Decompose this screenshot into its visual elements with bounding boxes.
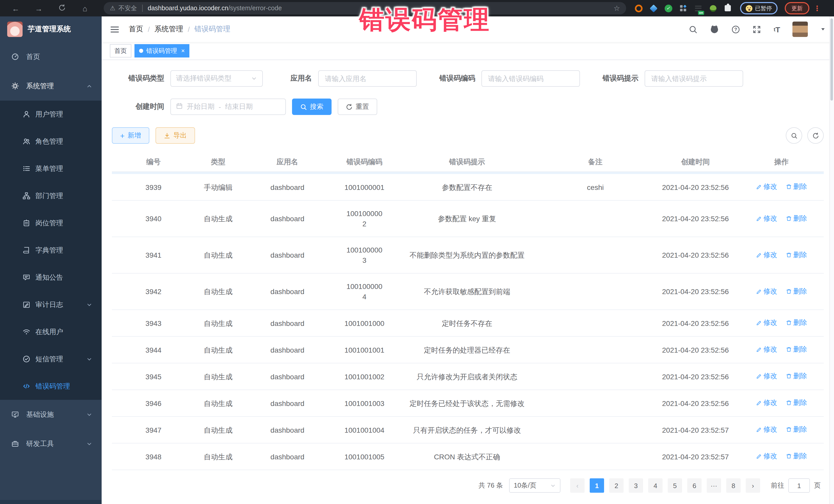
add-button[interactable]: +新增 [112, 127, 149, 144]
error-msg-input[interactable] [644, 70, 743, 87]
browser-menu-icon[interactable]: ⋮ [813, 4, 821, 12]
tab-0[interactable]: 首页 [110, 44, 131, 58]
delete-link[interactable]: 删除 [786, 250, 807, 260]
page-button-6[interactable]: 6 [687, 478, 702, 493]
breadcrumb-item-0[interactable]: 首页 [129, 25, 143, 34]
extension-check-icon[interactable]: ✓ [664, 4, 672, 12]
avatar-caret-icon[interactable] [820, 25, 826, 34]
table-row[interactable]: 3948自动生成dashboard1001001005CRON 表达式不正确20… [112, 443, 824, 470]
delete-link[interactable]: 删除 [786, 424, 807, 435]
page-button-1[interactable]: 1 [590, 478, 604, 493]
scrollbar-thumb[interactable] [830, 19, 833, 101]
toggle-search-button[interactable] [786, 127, 802, 144]
table-row[interactable]: 3940自动生成dashboard1001000002参数配置 key 重复20… [112, 200, 824, 237]
paused-extension-badge[interactable]: 已暂停 [740, 2, 777, 14]
page-button-5[interactable]: 5 [668, 478, 682, 493]
edit-link[interactable]: 修改 [756, 424, 777, 435]
edit-link[interactable]: 修改 [756, 213, 777, 223]
next-page-button[interactable]: › [746, 478, 760, 493]
tab-1[interactable]: 错误码管理× [134, 44, 190, 58]
close-icon[interactable]: × [181, 47, 185, 54]
extensions-puzzle-icon[interactable] [724, 4, 732, 12]
error-type-select[interactable]: 请选择错误码类型 [170, 70, 263, 87]
edit-link[interactable]: 修改 [756, 344, 777, 355]
extension-grid-icon[interactable] [679, 4, 687, 12]
edit-link[interactable]: 修改 [756, 451, 777, 461]
sidebar-item-3[interactable]: 角色管理 [0, 128, 102, 155]
page-button-3[interactable]: 3 [629, 478, 643, 493]
app-name-input[interactable] [318, 70, 417, 87]
edit-link[interactable]: 修改 [756, 250, 777, 260]
page-size-select[interactable]: 10条/页 [509, 478, 561, 493]
edit-link[interactable]: 修改 [756, 398, 777, 408]
home-icon[interactable]: ⌂ [73, 4, 96, 13]
error-code-input[interactable] [481, 70, 580, 87]
delete-link[interactable]: 删除 [786, 318, 807, 328]
delete-link[interactable]: 删除 [786, 182, 807, 192]
page-button-4[interactable]: 4 [648, 478, 663, 493]
back-icon[interactable]: ← [4, 4, 27, 13]
sidebar-item-9[interactable]: 审计日志 [0, 291, 102, 318]
edit-link[interactable]: 修改 [756, 182, 777, 192]
edit-link[interactable]: 修改 [756, 318, 777, 328]
avatar[interactable] [792, 22, 808, 37]
extension-spy-icon[interactable] [709, 4, 717, 12]
table-row[interactable]: 3939手动编辑dashboard1001000001参数配置不存在ceshi2… [112, 174, 824, 200]
sidebar-item-13[interactable]: 基础设施 [0, 400, 102, 429]
sidebar-item-4[interactable]: 菜单管理 [0, 155, 102, 182]
goto-page-input[interactable] [788, 478, 810, 493]
delete-link[interactable]: 删除 [786, 371, 807, 381]
fullscreen-icon[interactable] [753, 25, 761, 34]
browser-update-button[interactable]: 更新 [785, 2, 809, 14]
page-button-8[interactable]: 8 [726, 478, 741, 493]
sidebar-item-8[interactable]: 通知公告 [0, 264, 102, 291]
sidebar-item-14[interactable]: 研发工具 [0, 429, 102, 458]
table-row[interactable]: 3943自动生成dashboard1001001000定时任务不存在2021-0… [112, 310, 824, 336]
edit-link[interactable]: 修改 [756, 286, 777, 297]
sidebar-item-0[interactable]: 首页 [0, 42, 102, 71]
hamburger-icon[interactable] [110, 24, 119, 34]
table-row[interactable]: 3945自动生成dashboard1001001002只允许修改为开启或者关闭状… [112, 363, 824, 390]
sidebar-item-10[interactable]: 在线用户 [0, 318, 102, 345]
table-row[interactable]: 3944自动生成dashboard1001001001定时任务的处理器已经存在2… [112, 336, 824, 363]
export-button[interactable]: 导出 [155, 127, 195, 144]
sidebar-item-11[interactable]: 短信管理 [0, 345, 102, 373]
table-row[interactable]: 3946自动生成dashboard1001001003定时任务已经处于该状态，无… [112, 390, 824, 416]
table-row[interactable]: 3947自动生成dashboard1001001004只有开启状态的任务，才可以… [112, 416, 824, 443]
search-icon[interactable] [689, 25, 698, 34]
reload-icon[interactable] [50, 4, 73, 13]
page-scrollbar[interactable] [829, 17, 834, 504]
delete-link[interactable]: 删除 [786, 344, 807, 355]
table-row[interactable]: 3942自动生成dashboard1001000004不允许获取敏感配置到前端2… [112, 273, 824, 310]
row-time: 2021-04-20 23:52:56 [652, 390, 739, 416]
extension-ring-icon[interactable] [634, 4, 642, 12]
refresh-table-button[interactable] [807, 127, 824, 144]
sidebar-item-5[interactable]: 部门管理 [0, 182, 102, 210]
page-button-2[interactable]: 2 [609, 478, 623, 493]
date-range-picker[interactable]: 开始日期 - 结束日期 [170, 98, 286, 115]
table-row[interactable]: 3941自动生成dashboard1001000003不能删除类型为系统内置的参… [112, 237, 824, 273]
delete-link[interactable]: 删除 [786, 398, 807, 408]
delete-link[interactable]: 删除 [786, 286, 807, 297]
delete-link[interactable]: 删除 [786, 213, 807, 223]
github-icon[interactable] [710, 25, 719, 34]
font-size-icon[interactable]: tT [774, 25, 780, 34]
sidebar-item-2[interactable]: 用户管理 [0, 101, 102, 128]
sidebar-item-1[interactable]: 系统管理 [0, 71, 102, 101]
extension-gem-icon[interactable] [649, 4, 657, 12]
sidebar-item-6[interactable]: 岗位管理 [0, 210, 102, 237]
breadcrumb-item-1[interactable]: 系统管理 [154, 25, 183, 34]
bookmark-star-icon[interactable]: ☆ [614, 4, 620, 12]
edit-link[interactable]: 修改 [756, 371, 777, 381]
help-icon[interactable]: ? [731, 25, 740, 34]
sidebar-item-12[interactable]: 错误码管理 [0, 373, 102, 400]
search-button[interactable]: 搜索 [292, 98, 332, 115]
extension-list-icon[interactable]: on [694, 4, 702, 12]
forward-icon[interactable]: → [27, 4, 50, 13]
page-ellipsis[interactable]: ··· [707, 478, 721, 493]
prev-page-button[interactable]: ‹ [570, 478, 585, 493]
app-logo-row[interactable]: 芋道管理系统 [0, 17, 102, 42]
delete-link[interactable]: 删除 [786, 451, 807, 461]
sidebar-item-7[interactable]: 字典管理 [0, 237, 102, 264]
reset-button[interactable]: 重置 [338, 98, 377, 115]
